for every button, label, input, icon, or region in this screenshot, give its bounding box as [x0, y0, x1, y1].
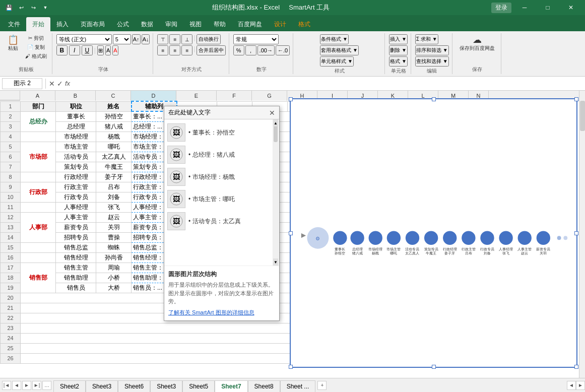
cell-c6[interactable]: 太乙真人	[96, 152, 132, 162]
sheet-tab-5[interactable]: Sheet5	[182, 380, 215, 393]
formula-input[interactable]	[72, 78, 583, 89]
fill-color-button[interactable]: A	[105, 45, 111, 55]
sum-button[interactable]: Σ 求和 ▼	[415, 34, 438, 44]
restore-button[interactable]: □	[538, 0, 558, 15]
close-button[interactable]: ✕	[561, 0, 581, 15]
save-icon[interactable]: 💾	[4, 3, 14, 13]
tab-dots-button[interactable]: …	[42, 381, 51, 390]
cell-b6[interactable]: 活动专员	[56, 152, 96, 162]
cell-a4[interactable]	[21, 132, 56, 142]
percent-button[interactable]: %	[233, 45, 244, 55]
cell-c11[interactable]: 张飞	[96, 202, 132, 212]
align-left-button[interactable]: ≡	[157, 45, 168, 55]
cell-a8[interactable]	[21, 172, 56, 182]
scroll-up-arrow[interactable]: ▲	[273, 119, 278, 126]
list-item[interactable]: 🖼 • 董事长：孙悟空	[166, 121, 271, 144]
scroll-down-arrow[interactable]: ▼	[273, 258, 278, 266]
cell-b5[interactable]: 市场主管	[56, 142, 96, 152]
cell-c7[interactable]: 牛魔王	[96, 162, 132, 172]
list-item[interactable]: 🖼 • 市场主管：哪吒	[166, 188, 271, 210]
list-item[interactable]: 🖼 • 活动专员：太乙真	[166, 210, 271, 232]
align-bottom-button[interactable]: ⊥	[181, 34, 192, 44]
scroll-left-button[interactable]: ◄	[567, 381, 576, 390]
scroll-right-button[interactable]: ►	[576, 381, 585, 390]
tab-baidu[interactable]: 百度网盘	[232, 17, 268, 31]
cell-c4[interactable]: 杨戬	[96, 132, 132, 142]
tab-next-button[interactable]: ►	[22, 381, 31, 390]
cell-c10[interactable]: 刘备	[96, 192, 132, 202]
cell-a9[interactable]: 行政部	[21, 182, 56, 202]
cell-c5[interactable]: 哪吒	[96, 142, 132, 152]
insert-button[interactable]: 插入 ▼	[389, 34, 408, 44]
cell-b19[interactable]: 销售员	[56, 283, 96, 293]
list-item[interactable]: 🖼 • 总经理：猪八戒	[166, 144, 271, 166]
cell-a11[interactable]	[21, 202, 56, 212]
wrap-text-button[interactable]: 自动换行	[197, 34, 221, 44]
name-box[interactable]	[2, 78, 42, 89]
col-header-f[interactable]: F	[217, 91, 252, 101]
dialog-footer-link[interactable]: 了解有关 SmartArt 图形的详细信息	[168, 309, 254, 315]
list-item[interactable]: 🖼 • 市场经理：杨戬	[166, 166, 271, 188]
align-top-button[interactable]: ⊤	[157, 34, 168, 44]
resize-handle-mr[interactable]	[574, 231, 578, 235]
sheet-tab-3b[interactable]: Sheet3	[150, 380, 182, 393]
cell-c17[interactable]: 周瑜	[96, 263, 132, 273]
cell-a2[interactable]: 总经办	[21, 111, 56, 132]
tab-prev-button[interactable]: ◄	[12, 381, 21, 390]
cell-c14[interactable]: 曹操	[96, 232, 132, 242]
bold-button[interactable]: B	[56, 45, 68, 55]
col-header-d[interactable]: D	[131, 91, 176, 101]
cell-c12[interactable]: 赵云	[96, 212, 132, 222]
tab-format[interactable]: 格式	[292, 17, 316, 31]
cell-b1[interactable]: 职位	[56, 101, 96, 111]
tab-review[interactable]: 审阅	[159, 17, 183, 31]
decrease-decimal[interactable]: ←.0	[276, 45, 290, 55]
paste-button[interactable]: 📋 粘贴	[4, 34, 22, 53]
cell-c3[interactable]: 猪八戒	[96, 121, 132, 132]
cell-b10[interactable]: 行政专员	[56, 192, 96, 202]
underline-button[interactable]: U	[82, 45, 93, 55]
increase-decimal[interactable]: .00→	[257, 45, 275, 55]
tab-insert[interactable]: 插入	[50, 17, 75, 31]
resize-handle-tr[interactable]	[574, 97, 578, 101]
cell-c2[interactable]: 孙悟空	[96, 111, 132, 121]
format-painter-button[interactable]: 🖌 格式刷	[23, 52, 49, 60]
borders-button[interactable]: ⊞	[97, 45, 104, 55]
align-center-button[interactable]: ≡	[169, 45, 180, 55]
cell-a16[interactable]	[21, 252, 56, 263]
number-format-select[interactable]: 常规	[233, 34, 279, 44]
cell-a5[interactable]: 市场部	[21, 142, 56, 172]
conditional-formatting-button[interactable]: 条件格式 ▼	[320, 34, 349, 44]
font-size-select[interactable]: 5	[113, 34, 131, 44]
copy-button[interactable]: 📄 复制	[23, 43, 49, 51]
tab-design[interactable]: 设计	[268, 17, 292, 31]
cut-button[interactable]: ✂ 剪切	[23, 34, 49, 42]
resize-handle-ml[interactable]	[289, 231, 293, 235]
sort-filter-button[interactable]: 排序和筛选 ▼	[415, 45, 449, 55]
comma-button[interactable]: ,	[245, 45, 256, 55]
cell-b17[interactable]: 销售主管	[56, 263, 96, 273]
font-size-decrease[interactable]: A↓	[142, 34, 150, 44]
sheet-tab-2[interactable]: Sheet2	[53, 380, 86, 393]
merge-button[interactable]: 合并后居中	[197, 45, 226, 55]
resize-handle-bc[interactable]	[432, 365, 436, 369]
tab-home[interactable]: 开始	[26, 17, 50, 31]
resize-handle-bl[interactable]	[289, 365, 293, 369]
cell-c16[interactable]: 孙尚香	[96, 252, 132, 263]
cell-b15[interactable]: 销售总监	[56, 242, 96, 252]
cell-a1[interactable]: 部门	[21, 101, 56, 111]
cell-a15[interactable]	[21, 242, 56, 252]
cell-c18[interactable]: 小桥	[96, 273, 132, 283]
col-header-g[interactable]: G	[252, 91, 287, 101]
cell-b14[interactable]: 招聘专员	[56, 232, 96, 242]
col-header-a[interactable]: A	[20, 91, 55, 101]
cell-styles-button[interactable]: 单元格样式 ▼	[320, 56, 354, 67]
dialog-scrollbar[interactable]: ▲ ▼	[273, 119, 279, 266]
sheet-tab-3[interactable]: Sheet3	[86, 380, 118, 393]
tab-data[interactable]: 数据	[135, 17, 159, 31]
resize-handle-br[interactable]	[574, 365, 578, 369]
cell-c1[interactable]: 姓名	[96, 101, 132, 111]
tab-file[interactable]: 文件	[2, 17, 26, 31]
font-size-increase[interactable]: A↑	[132, 34, 141, 44]
dialog-list[interactable]: 🖼 • 董事长：孙悟空 🖼 • 总经理：猪八戒 🖼 • 市场经理：杨	[164, 119, 273, 266]
